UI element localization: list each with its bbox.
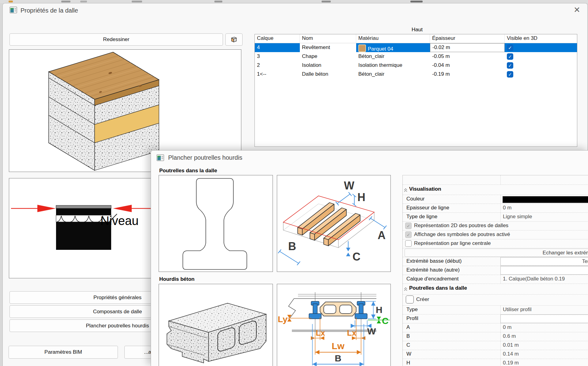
col-calque[interactable]: Calque [255,34,300,43]
calque-encadrement-value[interactable]: 1. Calque(Dalle béton 0.19 [500,275,588,284]
epaisseur-ligne-value[interactable]: 0 m [500,204,588,212]
checkbox-symbols[interactable]: ✓ [405,231,412,238]
layers-table: Calque Nom Matériau Épaisseur Visible en… [254,34,577,147]
row-swap-button: Echanger les extrémités [403,248,588,257]
ext-basse-value[interactable]: Ter [500,257,588,266]
type-value[interactable]: Utiliser profil [500,306,588,314]
row-ext-basse: Extrémité basse (début) Ter [403,257,588,266]
dim-label-a: A [378,229,386,242]
profil-value[interactable] [500,315,588,323]
cell-nom-editor[interactable]: Revêtement [300,43,356,52]
checkbox-2d-representation[interactable]: ✓ [405,223,412,229]
cell-calque[interactable]: 4 [255,43,300,52]
cell-materiau[interactable]: Parquet 04 [356,43,430,52]
cell-epaisseur[interactable]: -0.19 m [430,70,505,79]
dim-label-h: H [376,305,383,315]
c-value[interactable]: 0.01 m [500,341,588,350]
beam-profile-image [159,175,273,272]
row-creer: Créer [403,295,588,306]
screen: Propriétés de la dalle ✕ Redessiner [0,0,588,366]
cell-calque[interactable]: 2 [255,61,300,70]
dim-label-b: B [288,240,296,253]
row-h: H 0.19 m [403,359,588,366]
couleur-value[interactable] [500,195,588,204]
hourdis-block-image [159,284,273,366]
cell-epaisseur[interactable]: -0.05 m [430,52,505,61]
cell-nom[interactable]: Isolation [300,61,356,70]
cell-materiau[interactable]: Isolation thermique [356,61,430,70]
close-icon[interactable]: ✕ [574,6,580,14]
row-epaisseur-ligne: Epaisseur de ligne 0 m [403,204,588,213]
swap-ends-button[interactable]: Echanger les extrémités [405,249,588,257]
color-swatch[interactable] [503,196,588,203]
cell-visible[interactable]: ✓ [505,52,577,61]
main-dialog-title: Propriétés de la dalle [21,7,78,14]
redraw-button[interactable]: Redessiner [9,33,223,46]
level-label: Niveau [100,214,139,227]
material-swatch [358,44,366,52]
visible-checkbox-icon[interactable]: ✓ [507,44,513,51]
table-row[interactable]: 3 Chape Béton_clair -0.05 m ✓ [255,52,577,61]
overlay-titlebar[interactable]: Plancher poutrelles hourdis [151,151,588,165]
table-row[interactable]: 1<-- Dalle béton Béton_clair -0.19 m ✓ [255,70,577,79]
beams-3d-diagram: W H A B C [277,175,391,272]
main-titlebar[interactable]: Propriétés de la dalle ✕ [3,3,587,18]
col-epaisseur[interactable]: Épaisseur [430,34,505,43]
a-value[interactable]: 0 m [500,323,588,332]
cell-calque[interactable]: 1<-- [255,70,300,79]
ext-haute-value[interactable] [500,266,588,275]
row-c: C 0.01 m [403,341,588,350]
collapse-icon[interactable] [404,188,407,192]
col-visible3d[interactable]: Visible en 3D [505,34,577,43]
row-b: B 0.6 m [403,332,588,341]
property-grid: Visualisation Couleur Epaisseur de ligne… [402,175,588,366]
section-diagram: Ly Lx Lx Lw B W H C [277,284,391,366]
beam-floor-dialog: Plancher poutrelles hourdis Poutrelles d… [151,150,588,366]
view-3d-button[interactable] [225,33,243,46]
section-header-poutrelles[interactable]: Poutrelles dans la dalle [403,284,588,295]
h-value[interactable]: 0.19 m [500,359,588,366]
checkbox-centerline[interactable] [405,240,412,247]
dim-label-b: B [335,353,341,363]
app-icon [156,154,164,162]
row-check-symbols: ✓ Affichage des symboles de poutres acti… [403,231,588,239]
cell-calque[interactable]: 3 [255,52,300,61]
level-arrow-right [113,205,132,212]
collapse-icon[interactable] [404,287,407,291]
row-check-2d: ✓ Représentation 2D des poutres de dalle… [403,222,588,231]
dim-label-ly: Ly [278,315,288,324]
cell-epaisseur[interactable]: -0.04 m [430,61,505,70]
type-ligne-value[interactable]: Ligne simple [500,213,588,221]
table-row[interactable]: 4 Revêtement Parquet 04 -0.02 m ✓ [255,43,577,52]
table-row[interactable]: 2 Isolation Isolation thermique -0.04 m … [255,61,577,70]
cell-materiau[interactable]: Béton_clair [356,52,430,61]
section-header-visualisation[interactable]: Visualisation [403,185,588,195]
row-type: Type Utiliser profil [403,306,588,315]
col-nom[interactable]: Nom [300,34,356,43]
col-materiau[interactable]: Matériau [356,34,430,43]
row-type-ligne: Type de ligne Ligne simple [403,213,588,222]
cell-materiau[interactable]: Béton_clair [356,70,430,79]
row-a: A 0 m [403,323,588,332]
cell-visible[interactable]: ✓ [505,70,577,79]
dim-label-c: C [382,316,389,326]
visible-checkbox-icon[interactable]: ✓ [507,71,513,78]
checkbox-creer[interactable] [406,295,414,303]
cell-nom[interactable]: Dalle béton [300,70,356,79]
bim-parameters-button[interactable]: Paramètres BIM [9,346,118,359]
cell-epaisseur-editor[interactable]: -0.02 m [430,43,505,52]
cell-visible[interactable]: ✓ [505,61,577,70]
dim-label-h: H [357,191,365,204]
background-app-strip [0,0,588,3]
visible-checkbox-icon[interactable]: ✓ [507,62,513,69]
cube-icon [230,36,238,44]
row-calque-encadrement: Calque d'encadrement 1. Calque(Dalle bét… [403,275,588,284]
overlay-dialog-title: Plancher poutrelles hourdis [168,154,242,161]
grid-blank-row [403,175,588,185]
cell-nom[interactable]: Chape [300,52,356,61]
level-arrow-left [37,205,56,212]
cell-visible[interactable]: ✓ [505,43,577,52]
visible-checkbox-icon[interactable]: ✓ [507,53,513,60]
w-value[interactable]: 0.14 m [500,350,588,359]
b-value[interactable]: 0.6 m [500,332,588,341]
